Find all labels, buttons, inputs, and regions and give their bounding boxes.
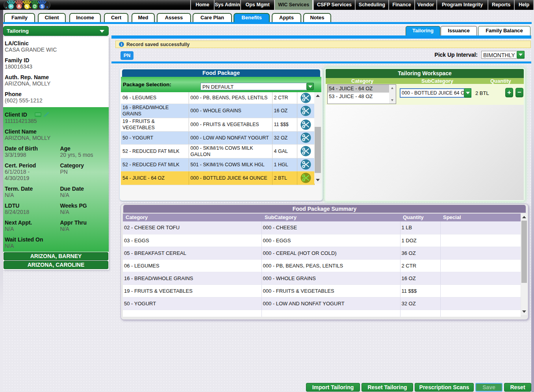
svg-text:D: D — [33, 4, 37, 9]
svg-text:A: A — [18, 4, 21, 9]
svg-text:N: N — [26, 4, 29, 9]
svg-text:S: S — [41, 4, 43, 9]
svg-text:H: H — [9, 4, 13, 9]
